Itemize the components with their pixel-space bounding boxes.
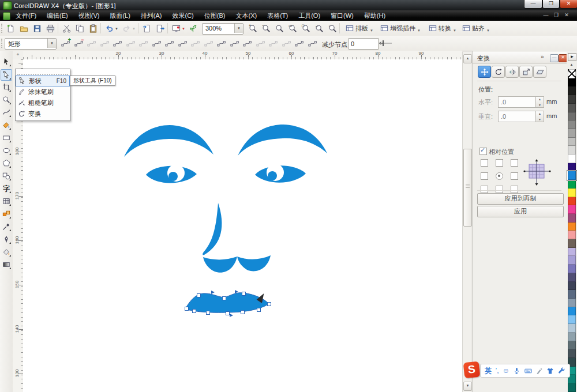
vertical-spinner[interactable]: ▲▼ xyxy=(535,111,544,122)
anchor-2-0[interactable] xyxy=(481,186,488,193)
print-button[interactable] xyxy=(44,22,56,34)
ime-english-toggle[interactable]: 英 xyxy=(485,366,492,376)
color-swatch-beb3e2[interactable] xyxy=(568,248,576,257)
color-swatch-e8411f[interactable] xyxy=(568,197,576,206)
flyout-item-transform[interactable]: 变换 xyxy=(16,108,70,119)
horizontal-ruler[interactable]: 2030405060708090 xyxy=(23,51,462,60)
face-artwork[interactable] xyxy=(23,59,462,392)
skin-icon[interactable] xyxy=(546,367,554,375)
close-button[interactable]: ✕ xyxy=(560,0,577,9)
microphone-icon[interactable] xyxy=(513,367,520,375)
extract-subpath-button[interactable] xyxy=(203,38,214,48)
menu-帮助H[interactable]: 帮助(H) xyxy=(359,10,391,21)
transform-rotate-button[interactable] xyxy=(492,66,505,78)
color-swatch-f59f9f[interactable] xyxy=(568,231,576,239)
wrench-icon[interactable] xyxy=(558,367,565,375)
welcome-screen-button[interactable] xyxy=(187,22,198,34)
scroll-up-button[interactable]: ▲ xyxy=(463,54,472,63)
zoom-level-combo[interactable]: 300% ▼ xyxy=(202,23,243,35)
color-swatch-a5a5a3[interactable] xyxy=(568,129,576,138)
color-swatch-6f6f6d[interactable] xyxy=(568,112,576,121)
color-swatch-2a1076[interactable] xyxy=(568,163,576,172)
menu-编辑E[interactable]: 编辑(E) xyxy=(42,10,73,21)
apply-to-duplicate-button[interactable]: 应用到再制 xyxy=(477,193,564,205)
curve-node[interactable] xyxy=(267,302,271,306)
convert-to-line-button[interactable] xyxy=(112,38,123,48)
color-swatch-9c4a78[interactable] xyxy=(568,214,576,223)
color-swatch-f6871f[interactable] xyxy=(568,223,576,231)
anchor-0-0[interactable] xyxy=(481,159,488,167)
flyout-item-smudge[interactable]: 涂抹笔刷 xyxy=(16,86,70,97)
color-swatch-b2c8d8[interactable] xyxy=(568,324,576,333)
interactive-fill-tool[interactable] xyxy=(1,259,12,270)
zoom-page-height-button[interactable]: ↕ xyxy=(327,22,338,34)
menu-工具O[interactable]: 工具(O) xyxy=(293,10,325,21)
menu-视图V[interactable]: 视图(V) xyxy=(73,10,105,21)
import-button[interactable] xyxy=(141,22,152,34)
menu-窗口W[interactable]: 窗口(W) xyxy=(325,10,359,21)
copy-button[interactable] xyxy=(74,22,85,34)
palette-scroll-up[interactable]: ▲ xyxy=(568,62,575,68)
break-curve-button[interactable] xyxy=(99,38,110,48)
basic-shapes-tool[interactable] xyxy=(1,171,12,181)
restore-button[interactable]: ❐ xyxy=(542,0,560,9)
docker-close-button[interactable]: ✕ xyxy=(559,54,567,62)
reflect-vertical-button[interactable] xyxy=(281,38,292,48)
color-swatch-1d1d1b[interactable] xyxy=(568,86,576,95)
reduce-nodes-input[interactable] xyxy=(349,38,379,50)
color-swatch-514f75[interactable] xyxy=(568,273,576,282)
color-swatch-fff13a[interactable] xyxy=(568,189,576,197)
curve-node[interactable] xyxy=(226,311,230,315)
relative-position-checkbox[interactable] xyxy=(479,148,487,155)
reduce-nodes-slider[interactable] xyxy=(379,40,394,47)
color-swatch-dadad8[interactable] xyxy=(568,146,576,154)
table-tool[interactable] xyxy=(1,196,12,206)
color-swatch-a79fd6[interactable] xyxy=(568,256,576,265)
stretch-nodes-button[interactable] xyxy=(229,38,240,48)
curve-node[interactable] xyxy=(185,307,189,311)
menu-效果C[interactable]: 效果(C) xyxy=(167,10,199,21)
zoom-page-width-button[interactable]: ↔ xyxy=(313,22,325,34)
minimize-button[interactable]: — xyxy=(524,0,542,9)
ime-punctuation-toggle[interactable]: ’, xyxy=(495,367,499,375)
ruler-origin[interactable]: ⌖ xyxy=(13,51,24,60)
menu-位图B[interactable]: 位图(B) xyxy=(199,10,231,21)
color-swatch-465259[interactable] xyxy=(568,349,576,358)
curve-node[interactable] xyxy=(257,308,261,312)
anchor-1-0[interactable] xyxy=(481,172,488,180)
transform-scale-mirror-button[interactable] xyxy=(505,66,519,78)
outline-pen-tool[interactable] xyxy=(1,234,12,244)
scroll-down-button[interactable]: ▼ xyxy=(463,382,472,391)
symmetrical-node-button[interactable] xyxy=(164,38,175,48)
export-button[interactable] xyxy=(154,22,166,34)
color-swatch-1b87d8[interactable] xyxy=(568,171,576,180)
paste-button[interactable] xyxy=(87,22,99,34)
color-swatch-c0c0be[interactable] xyxy=(568,138,576,146)
vertical-scrollbar[interactable]: ▲ ▼ xyxy=(462,52,471,392)
anchor-1-1-selected[interactable] xyxy=(496,172,503,180)
anchor-0-1[interactable] xyxy=(496,159,503,167)
smart-fill-tool[interactable] xyxy=(1,120,12,130)
curve-node[interactable] xyxy=(241,310,245,314)
color-swatch-0a6b5f[interactable] xyxy=(568,383,576,392)
curve-node[interactable] xyxy=(197,293,201,297)
color-swatch-8a8a88[interactable] xyxy=(568,120,576,129)
color-swatch-555553[interactable] xyxy=(568,104,576,112)
delete-node-button[interactable]: − xyxy=(73,38,84,48)
color-swatch-ffffff[interactable] xyxy=(568,154,576,163)
zoom-combo-dropdown[interactable]: ▼ xyxy=(234,24,243,33)
curve-node[interactable] xyxy=(242,292,246,296)
flyout-item-roughen[interactable]: 粗糙笔刷 xyxy=(16,97,70,108)
menu-排列A[interactable]: 排列(A) xyxy=(136,10,167,21)
new-button[interactable] xyxy=(5,22,16,34)
curve-node[interactable] xyxy=(222,296,226,300)
color-swatch-6e6158[interactable] xyxy=(568,239,576,248)
blend-tool[interactable] xyxy=(1,209,12,219)
docker-minimize-button[interactable]: — xyxy=(550,54,559,62)
color-swatch-5e6e74[interactable] xyxy=(568,341,576,350)
redo-button[interactable] xyxy=(121,22,132,34)
undo-button[interactable] xyxy=(103,22,115,34)
rotate-skew-nodes-button[interactable] xyxy=(242,38,253,48)
color-swatch-7b76ba[interactable] xyxy=(568,265,576,273)
color-swatch-000000[interactable] xyxy=(568,78,576,87)
